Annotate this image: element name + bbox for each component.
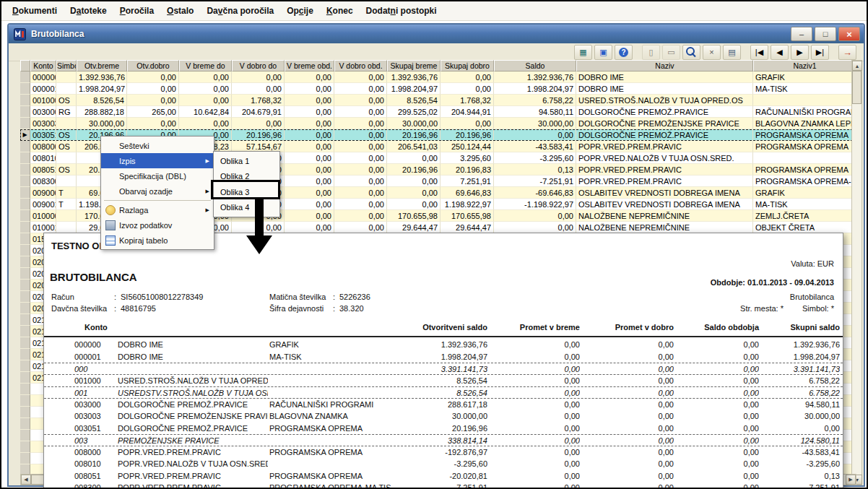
colon: : — [333, 293, 335, 301]
context-item-izpis[interactable]: Izpis▶ — [101, 153, 214, 168]
context-item-label: Kopiraj tabelo — [119, 236, 200, 245]
context-item-specifikacija-dbl[interactable]: Specifikacija (DBL) — [101, 168, 214, 183]
cell-skupaj-dobro: 250.124,44 — [440, 141, 494, 152]
row-selector — [20, 256, 30, 268]
table-row[interactable]: 0000011.998.204,970,000,000,000,000,001.… — [20, 83, 856, 95]
cell-v-dobro-obd: 0,00 — [334, 95, 387, 106]
vertical-scroll-thumb[interactable] — [852, 71, 862, 104]
report-doc-name: Brutobilanca — [790, 293, 834, 301]
print-icon[interactable]: ▤ — [723, 45, 741, 60]
grid-corner — [20, 60, 30, 72]
next-record-icon[interactable]: ▶ — [791, 45, 809, 60]
cell-simbol — [56, 72, 77, 83]
cell-konto: 008000 — [30, 141, 56, 152]
submenu-arrow-icon: ▶ — [204, 189, 209, 194]
activity-code-value: 38.320 — [339, 304, 364, 313]
vertical-scrollbar[interactable]: ▲ ▼ — [851, 60, 862, 485]
search-icon[interactable] — [682, 45, 700, 60]
submenu-item-oblika-4[interactable]: Oblika 4 — [214, 200, 279, 216]
clear-icon[interactable]: × — [703, 45, 721, 60]
table-row[interactable]: 003000RG288.882,18265,0010.642,84204.679… — [20, 106, 856, 118]
report-cell-num: 94.580,11 — [755, 399, 840, 410]
row-selector — [20, 152, 30, 164]
scroll-up-icon[interactable]: ▲ — [852, 61, 862, 71]
context-item-izvoz-podatkov[interactable]: Izvoz podatkov — [101, 217, 214, 233]
next-record-icon-glyph: ▶ — [797, 48, 802, 56]
currency-value: EUR — [817, 259, 834, 268]
cell-otv-dobro: 0,00 — [127, 118, 179, 129]
cell-konto: 003000 — [30, 106, 56, 118]
cell-saldo: -43.583,41 — [494, 141, 576, 152]
row-selector — [20, 268, 30, 280]
context-item-se-tevki[interactable]: Seštevki — [101, 138, 214, 153]
maximize-button[interactable]: □ — [815, 27, 836, 41]
report-cell-num: 0,00 — [674, 387, 759, 399]
col-header-simbol: Simbol — [56, 60, 77, 72]
menu-item-poro-ila[interactable]: Poročila — [113, 3, 160, 19]
prev-record-icon[interactable]: ◀ — [771, 45, 789, 60]
report-table-icon[interactable]: ▦ — [574, 45, 592, 60]
submenu-item-oblika-2[interactable]: Oblika 2 — [214, 169, 279, 185]
screen: DokumentiDatotekePoročilaOstaloDavčna po… — [0, 0, 868, 489]
new-document-icon: ▯ — [642, 45, 660, 60]
minimize-button[interactable]: – — [791, 27, 812, 41]
report-cell-naziv: USRED.STROŠ.NALOŽB V TUJA OPRED.OS — [118, 375, 268, 386]
cell-konto: 003051 — [30, 129, 56, 141]
submenu-item-oblika-1[interactable]: Oblika 1 — [214, 153, 279, 169]
row-selector: ▶ — [20, 129, 30, 141]
cell-skupaj-dobro: 3.295,60 — [440, 152, 494, 164]
table-row[interactable]: 001000OS8.526,540,000,001.768,320,000,00… — [20, 95, 856, 106]
report-cell-num: 0,00 — [755, 423, 840, 434]
cell-v-dobro-obd: 0,00 — [334, 118, 387, 129]
cell-skupaj-breme: 170.655,98 — [387, 210, 440, 222]
report-table-header: Konto Otvoritveni saldoPromet v bremePro… — [44, 323, 843, 337]
preview-icon[interactable]: ▣ — [594, 45, 612, 60]
scroll-left-icon[interactable]: ◀ — [21, 475, 31, 485]
cell-v-breme-obd: 0,00 — [285, 222, 334, 233]
title-bar[interactable]: Brutobilanca –□× — [9, 25, 864, 43]
account-value: SI56051008012278349 — [121, 293, 203, 301]
scroll-right-icon[interactable]: ▶ — [846, 475, 856, 485]
menu-item-konec[interactable]: Konec — [320, 3, 360, 19]
cell-v-breme-do: 0,00 — [179, 83, 232, 95]
cell-skupaj-dobro: 29.644,47 — [440, 222, 494, 233]
report-cell-naziv: POPR.VRED.PREM.PRAVIC — [118, 446, 268, 458]
cell-otv-breme: 8.526,54 — [77, 95, 127, 106]
cell-saldo: -69.646,83 — [494, 187, 576, 199]
context-item-razlaga[interactable]: Razlaga▶ — [101, 202, 214, 217]
cell-skupaj-breme: 0,00 — [387, 199, 440, 210]
row-selector — [20, 222, 30, 233]
report-cell-num: 0,00 — [674, 375, 759, 386]
menu-item-dodatni-postopki[interactable]: Dodatni postopki — [360, 3, 443, 19]
menu-item-dav-na-poro-ila[interactable]: Davčna poročila — [200, 3, 280, 19]
cell-v-dobro-do: 0,00 — [232, 83, 285, 95]
table-row[interactable]: 00300330.000,000,000,000,000,000,0030.00… — [20, 118, 856, 129]
menu-item-datoteke[interactable]: Datoteke — [64, 3, 113, 19]
exit-icon[interactable]: → — [838, 45, 856, 60]
row-selector — [20, 106, 30, 118]
table-row[interactable]: 0000001.392.936,760,000,000,000,000,001.… — [20, 72, 856, 83]
close-button[interactable]: × — [838, 27, 860, 41]
menu-item-dokumenti[interactable]: Dokumenti — [6, 3, 64, 19]
context-item-label: Specifikacija (DBL) — [119, 172, 200, 181]
help-icon[interactable]: ? — [615, 45, 633, 60]
context-item-obarvaj-ozadje[interactable]: Obarvaj ozadje▶ — [101, 183, 214, 199]
menu-item-ostalo[interactable]: Ostalo — [160, 3, 200, 19]
report-cell-num: 8.526,54 — [392, 387, 487, 399]
report-cell-naziv: DOLGOROČNE PREMOŽENJSKE PRAVICE — [118, 410, 268, 422]
first-record-icon[interactable]: |◀ — [750, 45, 768, 60]
row-selector — [20, 233, 30, 245]
report-cell-naziv: DOBRO IME — [118, 339, 268, 350]
cell-konto: 000000 — [30, 72, 56, 83]
cell-naziv1: GRAFIK — [753, 187, 856, 199]
cell-naziv: POPR.VRED.NALOŽB V TUJA OSN.SRED. — [576, 152, 753, 164]
cell-skupaj-breme: 1.998.204,97 — [387, 83, 440, 95]
last-record-icon[interactable]: ▶| — [811, 45, 829, 60]
report-cell-konto: 008051 — [74, 470, 116, 482]
submenu-item-oblika-3[interactable]: Oblika 3 — [214, 184, 279, 200]
report-row: 008051POPR.VRED.PREM.PRAVICPROGRAMSKA OP… — [44, 470, 843, 482]
context-item-kopiraj-tabelo[interactable]: Kopiraj tabelo — [101, 233, 214, 248]
menu-item-opcije[interactable]: Opcije — [280, 3, 320, 19]
colon: : — [114, 293, 116, 301]
cell-v-breme-obd: 0,00 — [285, 129, 334, 141]
